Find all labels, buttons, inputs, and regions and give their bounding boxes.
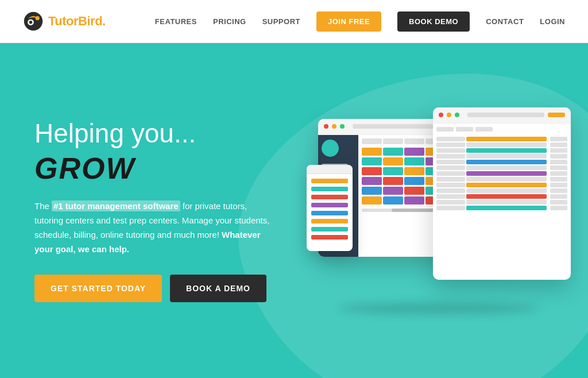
logo[interactable]: TutorBird. xyxy=(23,11,106,32)
table-row xyxy=(436,188,567,194)
filter-item xyxy=(456,127,473,132)
cal-cell xyxy=(383,167,403,175)
phone-cell xyxy=(311,219,348,223)
get-started-button[interactable]: GET STARTED TODAY xyxy=(34,275,162,302)
row-label xyxy=(436,165,465,170)
phone-cell xyxy=(311,227,348,232)
book-demo-hero-button[interactable]: BOOK A DEMO xyxy=(170,275,266,302)
filter-item xyxy=(475,127,493,132)
mockup-dot-yellow xyxy=(447,113,451,117)
join-free-button[interactable]: JOIN FREE xyxy=(316,11,381,32)
mockup-phone-content xyxy=(307,174,353,243)
phone-cell xyxy=(311,203,348,207)
row-value xyxy=(466,194,547,199)
svg-point-1 xyxy=(36,16,40,20)
row-meta xyxy=(550,194,567,199)
phone-cell xyxy=(311,179,348,183)
row-value xyxy=(466,160,547,164)
mockup-secondary-content xyxy=(433,124,571,214)
row-value xyxy=(466,206,547,210)
mockup-secondary-screen xyxy=(433,107,571,280)
cal-cell xyxy=(383,177,403,185)
nav-pricing[interactable]: PRICING xyxy=(213,17,246,26)
table-row xyxy=(436,136,567,142)
filter-item xyxy=(436,127,454,132)
mockup-shadow xyxy=(338,303,539,314)
row-meta xyxy=(550,206,567,210)
table-row xyxy=(436,176,567,182)
mockup-secondary-header xyxy=(433,107,571,124)
cal-cell xyxy=(362,177,382,185)
table-row xyxy=(436,194,567,199)
row-label xyxy=(436,194,465,199)
cal-cell xyxy=(362,196,382,205)
nav-login[interactable]: LOGIN xyxy=(540,17,565,26)
row-label xyxy=(436,137,465,141)
nav-support[interactable]: SUPPORT xyxy=(262,17,300,26)
row-value xyxy=(466,148,547,153)
row-meta xyxy=(550,137,567,141)
cal-cell xyxy=(383,187,403,195)
phone-row xyxy=(309,234,350,241)
row-value xyxy=(466,200,547,205)
mockup-url-bar xyxy=(467,113,544,117)
nav-features[interactable]: FEATURES xyxy=(155,17,197,26)
mockup-avatar xyxy=(322,140,339,157)
mockup-dot-green xyxy=(455,113,459,117)
phone-cell xyxy=(311,211,348,215)
row-meta xyxy=(550,183,567,187)
phone-row xyxy=(309,218,350,225)
phone-row xyxy=(309,210,350,217)
cal-cell xyxy=(383,196,403,205)
row-label xyxy=(436,154,465,159)
row-label xyxy=(436,200,465,205)
mockup-btn xyxy=(548,113,565,117)
table-row xyxy=(436,199,567,205)
phone-row xyxy=(309,186,350,192)
row-label xyxy=(436,148,465,153)
hero-buttons: GET STARTED TODAY BOOK A DEMO xyxy=(34,275,276,302)
row-label xyxy=(436,206,465,210)
hero-description: The #1 tutor management software for pri… xyxy=(34,199,276,256)
row-label xyxy=(436,188,465,193)
row-meta xyxy=(550,142,567,147)
hero-heading: Helping you... xyxy=(34,119,276,148)
hero-visual xyxy=(307,107,571,314)
cal-cell xyxy=(362,157,382,165)
phone-cell xyxy=(311,187,348,191)
hero-section: Helping you... GROW The #1 tutor managem… xyxy=(0,43,588,378)
row-meta xyxy=(550,154,567,159)
nav-contact[interactable]: CONTACT xyxy=(486,17,524,26)
svg-point-3 xyxy=(29,21,32,24)
row-value xyxy=(466,137,547,141)
filter-row xyxy=(436,127,567,132)
row-value xyxy=(466,177,547,182)
mockup-phone-screen xyxy=(307,165,353,251)
row-value xyxy=(466,171,547,176)
main-nav: FEATURES PRICING SUPPORT JOIN FREE BOOK … xyxy=(155,11,565,32)
row-value xyxy=(466,165,547,170)
cal-cell xyxy=(404,177,424,185)
table-row xyxy=(436,148,567,153)
phone-row xyxy=(309,202,350,209)
cal-cell xyxy=(404,196,424,205)
cal-cell xyxy=(362,148,382,156)
mockup-dot-red xyxy=(324,124,328,129)
row-label xyxy=(436,177,465,182)
phone-row xyxy=(309,178,350,184)
row-value xyxy=(466,142,547,147)
row-meta xyxy=(550,200,567,205)
cal-cell xyxy=(362,187,382,195)
cal-header-cell xyxy=(383,138,403,144)
table-row xyxy=(436,171,567,176)
book-demo-header-button[interactable]: BOOK DEMO xyxy=(397,11,470,32)
mockup-dot-green xyxy=(340,124,345,129)
logo-wordmark: TutorBird. xyxy=(48,14,106,29)
table-row xyxy=(436,142,567,148)
row-meta xyxy=(550,165,567,170)
phone-row xyxy=(309,226,350,233)
row-value xyxy=(466,154,547,159)
table-row xyxy=(436,165,567,171)
row-meta xyxy=(550,188,567,193)
cal-cell xyxy=(383,157,403,165)
